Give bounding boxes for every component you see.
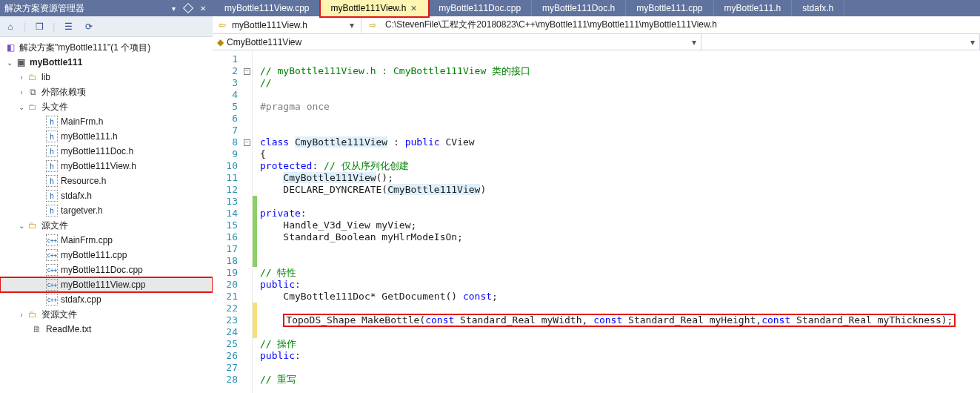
- editor-tab[interactable]: myBottle111Doc.h: [532, 0, 626, 16]
- chevron-down-icon[interactable]: ▾: [970, 37, 975, 47]
- editor-tab[interactable]: myBottle111View.cpp: [214, 0, 321, 16]
- cpp-file-icon: [46, 249, 58, 261]
- folder-icon: 🗀: [27, 308, 39, 320]
- close-icon[interactable]: ✕: [198, 3, 208, 13]
- cpp-file-icon: [46, 264, 58, 276]
- file-item[interactable]: myBottle111Doc.h: [0, 144, 213, 159]
- solution-explorer-toolbar: ⌂ | ❐ | ☰ ⟳: [0, 16, 213, 37]
- file-label: MainFrm.h: [61, 116, 103, 127]
- expand-toggle[interactable]: ›: [16, 88, 27, 96]
- file-readme[interactable]: 🗎 ReadMe.txt: [0, 322, 213, 337]
- file-label: targetver.h: [61, 205, 103, 216]
- refresh-icon[interactable]: ⟳: [81, 19, 96, 34]
- file-item[interactable]: myBottle111View.h: [0, 159, 213, 174]
- collapse-toggle[interactable]: ⌄: [4, 59, 15, 67]
- file-item[interactable]: targetver.h: [0, 203, 213, 218]
- chevron-down-icon[interactable]: ▾: [347, 20, 356, 30]
- file-item[interactable]: myBottle111.cpp: [0, 248, 213, 262]
- member-bar: ◆ CmyBottle111View ▾ ▾: [213, 34, 980, 50]
- dropdown-icon[interactable]: ▾: [168, 3, 179, 13]
- file-label: MainFrm.cpp: [61, 235, 113, 245]
- editor-tab[interactable]: myBottle111Doc.cpp: [428, 0, 532, 16]
- file-item[interactable]: MainFrm.cpp: [0, 233, 213, 248]
- file-item[interactable]: stdafx.h: [0, 188, 213, 203]
- project-icon: ▣: [15, 56, 27, 68]
- file-label: myBottle111View.cpp: [61, 280, 146, 290]
- code-content[interactable]: // myBottle111View.h : CmyBottle111View …: [257, 50, 980, 393]
- folder-icon: 🗀: [27, 219, 39, 231]
- class-icon: ◆: [217, 37, 224, 47]
- collapse-toggle[interactable]: ⌄: [16, 103, 27, 111]
- file-item[interactable]: myBottle111Doc.cpp: [0, 262, 213, 277]
- file-item[interactable]: MainFrm.h: [0, 114, 213, 129]
- tab-label: myBottle111View.cpp: [224, 3, 310, 13]
- nav-bar: ⇦ myBottle111View.h ▾ ⇨ C:\StevenFile\工程…: [213, 16, 980, 34]
- expand-toggle[interactable]: ›: [16, 73, 27, 82]
- editor-area: myBottle111View.cppmyBottle111View.h✕myB…: [213, 0, 980, 393]
- outline-gutter[interactable]: −−: [242, 50, 253, 393]
- folder-icon: 🗀: [27, 71, 39, 83]
- file-label: ReadMe.txt: [46, 324, 91, 334]
- file-item[interactable]: stdafx.cpp: [0, 292, 213, 307]
- file-label: stdafx.cpp: [61, 294, 101, 305]
- project-label: myBottle111: [30, 57, 82, 67]
- editor-tab[interactable]: myBottle111.h: [714, 0, 793, 16]
- folder-external-deps[interactable]: › ⧉ 外部依赖项: [0, 85, 213, 99]
- copy-icon[interactable]: ❐: [32, 19, 47, 34]
- solution-explorer-title: 解决方案资源管理器: [4, 2, 84, 15]
- tab-label: myBottle111.cpp: [636, 3, 702, 13]
- folder-sources[interactable]: ⌄ 🗀 源文件: [0, 218, 213, 233]
- solution-icon: ◧: [4, 42, 16, 53]
- header-file-icon: [46, 145, 58, 157]
- editor-tab[interactable]: myBottle111View.h✕: [321, 0, 429, 16]
- file-label: myBottle111View.h: [61, 161, 136, 171]
- solution-explorer-titlebar: 解决方案资源管理器 ▾ ✕: [0, 0, 213, 16]
- code-editor[interactable]: 1234567891011121314151617181920212223242…: [213, 50, 980, 393]
- file-label: myBottle111Doc.cpp: [61, 265, 143, 275]
- file-label: Resource.h: [61, 176, 106, 186]
- separator: [361, 18, 361, 33]
- tab-label: myBottle111View.h: [331, 3, 407, 13]
- header-file-icon: [46, 190, 58, 202]
- solution-explorer-panel: 解决方案资源管理器 ▾ ✕ ⌂ | ❐ | ☰ ⟳ ◧ 解决方案"myBottl…: [0, 0, 213, 393]
- chevron-down-icon[interactable]: ▾: [692, 37, 696, 47]
- solution-node[interactable]: ◧ 解决方案"myBottle111"(1 个项目): [0, 40, 213, 55]
- scope-selector[interactable]: ◆ CmyBottle111View ▾: [213, 34, 701, 50]
- nav-current-file[interactable]: myBottle111View.h: [229, 20, 347, 30]
- expand-toggle[interactable]: ›: [16, 311, 27, 319]
- pin-icon[interactable]: [183, 3, 193, 13]
- text-file-icon: 🗎: [31, 323, 43, 335]
- properties-icon[interactable]: ☰: [61, 19, 76, 34]
- editor-tab[interactable]: myBottle111.cpp: [626, 0, 713, 16]
- solution-tree[interactable]: ◧ 解决方案"myBottle111"(1 个项目) ⌄ ▣ myBottle1…: [0, 37, 213, 393]
- cpp-file-icon: [46, 234, 58, 246]
- folder-lib[interactable]: › 🗀 lib: [0, 70, 213, 85]
- close-icon[interactable]: ✕: [410, 4, 417, 13]
- file-label: myBottle111.cpp: [61, 250, 127, 260]
- file-item[interactable]: myBottle111.h: [0, 129, 213, 144]
- folder-label: 外部依赖项: [41, 86, 86, 99]
- header-file-icon: [46, 175, 58, 187]
- folder-label: lib: [41, 72, 50, 82]
- solution-label: 解决方案"myBottle111"(1 个项目): [19, 42, 150, 54]
- tab-label: myBottle111Doc.h: [542, 3, 615, 13]
- folder-label: 源文件: [41, 219, 68, 232]
- references-icon: ⧉: [27, 86, 39, 98]
- folder-icon: 🗀: [27, 101, 39, 113]
- nav-path[interactable]: C:\StevenFile\工程文件20180823\C++\myBottle1…: [382, 19, 977, 31]
- nav-forward-icon[interactable]: ⇨: [366, 19, 379, 32]
- cpp-file-icon: [46, 279, 58, 291]
- project-node[interactable]: ⌄ ▣ myBottle111: [0, 55, 213, 70]
- file-label: myBottle111Doc.h: [61, 146, 133, 156]
- folder-resources[interactable]: › 🗀 资源文件: [0, 307, 213, 322]
- folder-headers[interactable]: ⌄ 🗀 头文件: [0, 99, 213, 114]
- home-icon[interactable]: ⌂: [3, 19, 18, 34]
- file-item[interactable]: myBottle111View.cpp: [0, 277, 213, 292]
- editor-tab[interactable]: stdafx.h: [792, 0, 844, 16]
- collapse-toggle[interactable]: ⌄: [16, 222, 27, 230]
- file-item[interactable]: Resource.h: [0, 174, 213, 188]
- editor-tabs: myBottle111View.cppmyBottle111View.h✕myB…: [213, 0, 980, 16]
- file-label: myBottle111.h: [61, 131, 118, 142]
- nav-back-icon[interactable]: ⇦: [216, 19, 229, 32]
- member-selector[interactable]: ▾: [701, 34, 980, 50]
